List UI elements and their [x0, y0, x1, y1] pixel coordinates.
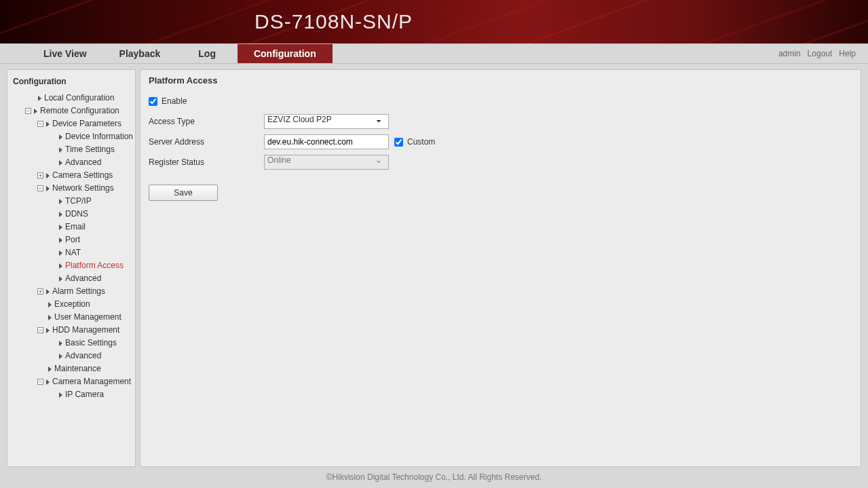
server-address-input[interactable]: [264, 134, 389, 149]
tree-hdd-management[interactable]: −HDD Management: [7, 324, 135, 337]
logout-link[interactable]: Logout: [808, 49, 833, 58]
tree-advanced-device[interactable]: Advanced: [7, 156, 135, 169]
tree-camera-settings[interactable]: +Camera Settings: [7, 169, 135, 182]
access-type-label: Access Type: [149, 117, 264, 126]
tree-remote-configuration[interactable]: −Remote Configuration: [7, 105, 135, 117]
caret-icon: [38, 96, 41, 101]
tree-maintenance[interactable]: Maintenance: [7, 362, 135, 375]
main-navbar: Live View Playback Log Configuration adm…: [0, 43, 868, 64]
footer-copyright: ©Hikvision Digital Technology Co., Ltd. …: [0, 470, 868, 485]
tree-ip-camera[interactable]: IP Camera: [7, 388, 135, 401]
tree-camera-management[interactable]: −Camera Management: [7, 375, 135, 388]
content-panel: Platform Access Enable Access Type EZVIZ…: [140, 69, 861, 467]
caret-icon: [46, 379, 50, 385]
caret-icon: [59, 147, 62, 153]
expand-icon[interactable]: +: [37, 288, 43, 295]
tree-time-settings[interactable]: Time Settings: [7, 143, 135, 156]
collapse-icon[interactable]: −: [37, 379, 43, 385]
current-user-label: admin: [778, 49, 801, 58]
caret-icon: [46, 289, 50, 295]
caret-icon: [48, 315, 52, 320]
tree-device-parameters[interactable]: −Device Parameters: [7, 117, 135, 130]
caret-icon: [46, 121, 50, 127]
tree-port[interactable]: Port: [7, 233, 135, 246]
custom-label: Custom: [407, 137, 435, 147]
tree-advanced-network[interactable]: Advanced: [7, 272, 135, 285]
caret-icon: [59, 238, 62, 243]
tab-live-view[interactable]: Live View: [27, 44, 103, 63]
tree-tcpip[interactable]: TCP/IP: [7, 195, 135, 208]
tree-network-settings[interactable]: −Network Settings: [7, 182, 135, 195]
caret-icon: [59, 225, 62, 230]
caret-icon: [59, 276, 62, 282]
tree-exception[interactable]: Exception: [7, 298, 135, 311]
tree-ddns[interactable]: DDNS: [7, 208, 135, 221]
tree-platform-access[interactable]: Platform Access: [7, 259, 135, 272]
tree-email[interactable]: Email: [7, 221, 135, 233]
collapse-icon[interactable]: −: [37, 327, 43, 333]
caret-icon: [48, 367, 52, 372]
caret-icon: [46, 173, 50, 179]
caret-icon: [59, 263, 62, 269]
enable-label: Enable: [162, 96, 187, 106]
tree-device-information[interactable]: Device Information: [7, 130, 135, 143]
header-banner: DS-7108N-SN/P: [0, 0, 868, 43]
collapse-icon[interactable]: −: [25, 108, 31, 114]
tree-nat[interactable]: NAT: [7, 246, 135, 259]
caret-icon: [34, 109, 37, 114]
tree-local-configuration[interactable]: Local Configuration: [7, 92, 135, 105]
caret-icon: [59, 199, 62, 204]
device-model-title: DS-7108N-SN/P: [254, 10, 413, 33]
caret-icon: [59, 250, 62, 256]
caret-icon: [48, 302, 52, 307]
access-type-select[interactable]: EZVIZ Cloud P2P: [264, 114, 389, 129]
config-sidebar: Configuration Local Configuration −Remot…: [7, 69, 136, 467]
tab-configuration[interactable]: Configuration: [238, 44, 333, 63]
tab-playback[interactable]: Playback: [103, 44, 177, 63]
sidebar-title: Configuration: [7, 73, 135, 92]
tab-log[interactable]: Log: [176, 44, 238, 63]
expand-icon[interactable]: +: [37, 172, 43, 179]
caret-icon: [46, 186, 50, 191]
enable-checkbox[interactable]: [149, 97, 157, 106]
caret-icon: [59, 134, 62, 140]
tree-alarm-settings[interactable]: +Alarm Settings: [7, 285, 135, 298]
custom-checkbox[interactable]: [394, 138, 403, 147]
collapse-icon[interactable]: −: [37, 121, 43, 127]
save-button[interactable]: Save: [149, 185, 218, 201]
tree-advanced-hdd[interactable]: Advanced: [7, 350, 135, 362]
caret-icon: [59, 212, 62, 217]
caret-icon: [46, 328, 50, 333]
tree-user-management[interactable]: User Management: [7, 311, 135, 324]
register-status-label: Register Status: [149, 157, 264, 167]
caret-icon: [59, 160, 62, 166]
caret-icon: [59, 392, 62, 398]
help-link[interactable]: Help: [839, 49, 856, 58]
collapse-icon[interactable]: −: [37, 185, 43, 191]
caret-icon: [59, 341, 62, 346]
register-status-select: Online: [264, 155, 389, 170]
caret-icon: [59, 354, 62, 359]
tree-basic-settings[interactable]: Basic Settings: [7, 337, 135, 350]
server-address-label: Server Address: [149, 137, 264, 147]
panel-title: Platform Access: [149, 75, 852, 86]
